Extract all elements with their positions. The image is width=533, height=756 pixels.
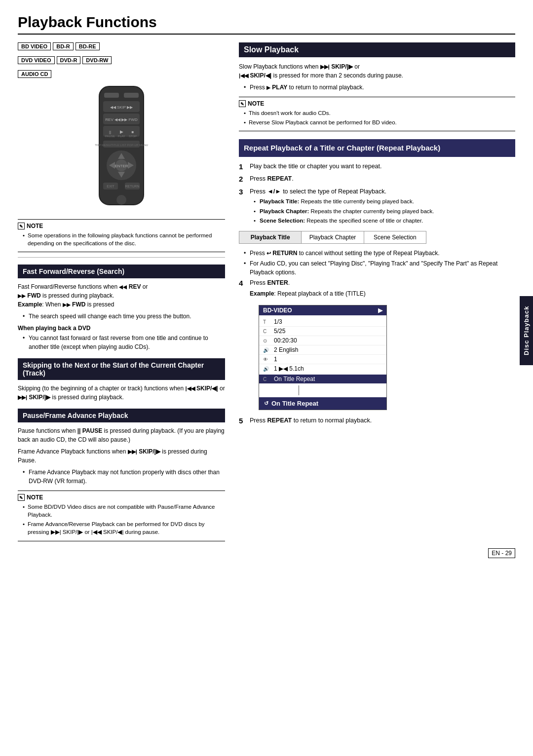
bd-val-time: 00:20:30 bbox=[274, 337, 297, 344]
step-1-num: 1 bbox=[239, 162, 250, 172]
svg-text:ENTER: ENTER bbox=[114, 164, 128, 168]
step-2-num: 2 bbox=[239, 174, 250, 184]
dvd-bullets: You cannot fast forward or fast reverse … bbox=[18, 334, 225, 351]
bd-icon-time: ⊙ bbox=[263, 338, 272, 343]
skip-back-icon: |◀◀ bbox=[186, 384, 195, 393]
page-number: EN - 29 bbox=[488, 548, 515, 558]
step-2-content: Press REPEAT. bbox=[250, 174, 515, 184]
step-1: 1 Play back the title or chapter you wan… bbox=[239, 162, 515, 172]
step-4-content: Press ENTER. Example: Repeat playback of… bbox=[250, 278, 515, 301]
badge-dvd-r: DVD-R bbox=[57, 56, 81, 64]
bd-row-audio: 🔊 2 English bbox=[259, 345, 386, 355]
step-3: 3 Press ◄/► to select the type of Repeat… bbox=[239, 187, 515, 226]
step-3-content: Press ◄/► to select the type of Repeat P… bbox=[250, 187, 515, 226]
bd-row-title: T 1/3 bbox=[259, 317, 386, 327]
section-skipping: Skipping to the Next or the Start of the… bbox=[18, 358, 225, 380]
repeat-steps-list: 1 Play back the title or chapter you wan… bbox=[239, 162, 515, 226]
bd-display-header: BD-VIDEO ▶ bbox=[259, 305, 386, 315]
bd-icon-sub: 👁 bbox=[263, 357, 272, 362]
divider-1 bbox=[18, 257, 225, 258]
note-pause-label: NOTE bbox=[27, 494, 43, 501]
note-main-list: Some operations in the following playbac… bbox=[18, 231, 225, 247]
note-pause-icon: ✎ bbox=[18, 494, 25, 501]
step-3-num: 3 bbox=[239, 187, 250, 226]
right-column: Slow Playback Slow Playback functions wh… bbox=[239, 42, 515, 546]
note-main-item-0: Some operations in the following playbac… bbox=[23, 231, 225, 247]
svg-text:STOP: STOP bbox=[129, 135, 137, 138]
note-slow-list: This doesn't work for audio CDs. Reverse… bbox=[239, 109, 515, 126]
svg-text:REV  ◀◀  ▶▶  FWD: REV ◀◀ ▶▶ FWD bbox=[105, 117, 138, 122]
fast-forward-body: Fast Forward/Reverse functions when REV … bbox=[18, 282, 225, 309]
step-4-example: Example: Repeat playback of a title (TIT… bbox=[250, 289, 515, 298]
note-slow-label: NOTE bbox=[248, 100, 264, 107]
two-col-layout: BD VIDEO BD-R BD-RE DVD VIDEO DVD-R DVD-… bbox=[18, 42, 515, 546]
note-pause-title: ✎ NOTE bbox=[18, 494, 225, 501]
connector bbox=[259, 385, 386, 395]
tab-scene-selection[interactable]: Scene Selection bbox=[364, 231, 426, 243]
format-badges-row2: DVD VIDEO DVD-R DVD-RW bbox=[18, 56, 225, 64]
slow-playback-bullets: Press PLAY to return to normal playback. bbox=[239, 83, 515, 92]
pause-bullets: Frame Advance Playback may not function … bbox=[18, 468, 225, 486]
note-pause-item-0: Some BD/DVD Video discs are not compatib… bbox=[23, 503, 225, 519]
note-slow-item-0: This doesn't work for audio CDs. bbox=[244, 109, 515, 117]
svg-text:▶: ▶ bbox=[120, 129, 123, 134]
skipping-body: Skipping (to the beginning of a chapter … bbox=[18, 384, 225, 402]
remote-svg: ◀◀ SKIP ▶▶ REV ◀◀ ▶▶ FWD || ▶ ■ PAUSE PL… bbox=[72, 84, 171, 212]
badge-bd-video: BD VIDEO bbox=[18, 42, 51, 50]
step-3-bullet-0: Playback Title: Repeats the title curren… bbox=[254, 197, 515, 205]
after-tab-bullets: Press ↩ RETURN to cancel without setting… bbox=[239, 249, 515, 277]
bd-play-icon: ▶ bbox=[378, 307, 382, 314]
rev-icon bbox=[119, 283, 127, 291]
on-title-repeat-label: On Title Repeat bbox=[271, 400, 318, 407]
section-repeat-playback: Repeat Playback of a Title or Chapter (R… bbox=[239, 139, 515, 157]
fast-forward-bullets: The search speed will change each time y… bbox=[18, 312, 225, 321]
bd-val-ch: 1 ▶◀ 5.1ch bbox=[274, 365, 304, 372]
step-4-num: 4 bbox=[239, 278, 250, 301]
slow-playback-body: Slow Playback functions when ▶▶| SKIP/|▶… bbox=[239, 62, 515, 80]
svg-rect-2 bbox=[124, 93, 139, 98]
svg-point-27 bbox=[116, 195, 126, 205]
dvd-sub-title: When playing back a DVD bbox=[18, 325, 225, 332]
svg-text:PLAY: PLAY bbox=[118, 135, 125, 138]
pause-bullet-0: Frame Advance Playback may not function … bbox=[23, 468, 225, 486]
on-title-repeat-banner: ↺ On Title Repeat bbox=[259, 397, 386, 410]
bd-icon-audio: 🔊 bbox=[263, 347, 272, 353]
bd-display: BD-VIDEO ▶ T 1/3 C 5/25 ⊙ 00:20:30 bbox=[259, 305, 387, 410]
side-tab: Disc Playback bbox=[520, 296, 533, 365]
note-main-title: ✎ NOTE bbox=[18, 223, 225, 229]
tab-playback-title[interactable]: Playback Title bbox=[239, 231, 302, 243]
bd-icon-c: C bbox=[263, 329, 272, 334]
bd-val-t: 1/3 bbox=[274, 318, 282, 325]
slow-playback-bullet-0: Press PLAY to return to normal playback. bbox=[244, 83, 515, 92]
bd-val-c: 5/25 bbox=[274, 328, 285, 335]
repeat-icon: ↺ bbox=[264, 400, 268, 407]
sp-skip-back-icon: |◀◀ bbox=[239, 72, 248, 80]
page-container: Playback Functions BD VIDEO BD-R BD-RE D… bbox=[0, 0, 533, 566]
note-slow: ✎ NOTE This doesn't work for audio CDs. … bbox=[239, 97, 515, 131]
bd-display-rows: T 1/3 C 5/25 ⊙ 00:20:30 🔊 2 English bbox=[259, 315, 386, 385]
step-3-sub-bullets: Playback Title: Repeats the title curren… bbox=[250, 197, 515, 224]
fast-forward-bullet-0: The search speed will change each time y… bbox=[23, 312, 225, 321]
section-slow-playback: Slow Playback bbox=[239, 42, 515, 57]
note-pause-list: Some BD/DVD Video discs are not compatib… bbox=[18, 503, 225, 536]
note-pause: ✎ NOTE Some BD/DVD Video discs are not c… bbox=[18, 491, 225, 541]
note-main-label: NOTE bbox=[27, 223, 43, 229]
page-title: Playback Functions bbox=[18, 14, 515, 35]
svg-text:||: || bbox=[109, 130, 111, 134]
tab-playback-chapter[interactable]: Playback Chapter bbox=[302, 231, 364, 243]
note-pause-item-1: Frame Advance/Reverse Playback can be pe… bbox=[23, 520, 225, 536]
play-icon bbox=[266, 83, 270, 92]
dvd-bullet-0: You cannot fast forward or fast reverse … bbox=[23, 334, 225, 351]
format-badges-row3: AUDIO CD bbox=[18, 70, 225, 78]
note-main: ✎ NOTE Some operations in the following … bbox=[18, 219, 225, 252]
svg-text:EXIT: EXIT bbox=[107, 185, 114, 188]
bd-icon-t: T bbox=[263, 319, 272, 325]
step-3-bullet-1: Playback Chapter: Repeats the chapter cu… bbox=[254, 207, 515, 215]
return-icon: ↩ bbox=[266, 249, 271, 258]
section-fast-forward: Fast Forward/Reverse (Search) bbox=[18, 265, 225, 278]
section-pause: Pause/Frame Advance Playback bbox=[18, 409, 225, 422]
svg-text:■: ■ bbox=[132, 130, 134, 134]
bd-val-sub: 1 bbox=[274, 356, 277, 363]
bd-header-label: BD-VIDEO bbox=[263, 307, 292, 314]
badge-dvd-video: DVD VIDEO bbox=[18, 56, 55, 64]
